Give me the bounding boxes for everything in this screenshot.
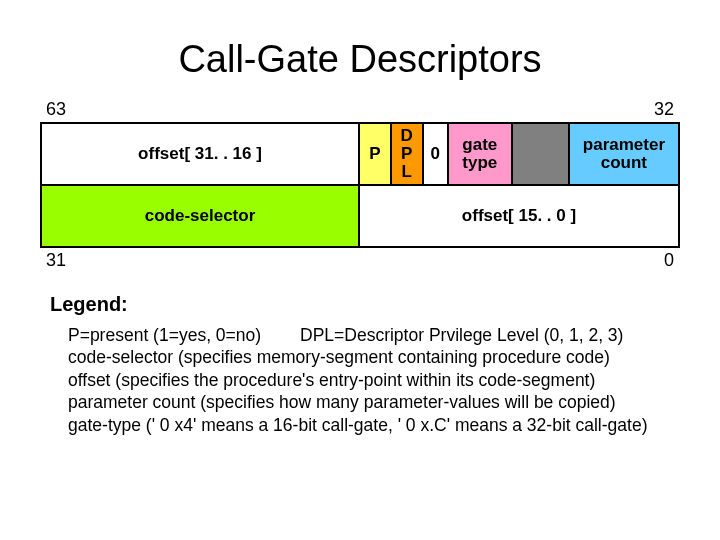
legend-code-selector: code-selector (specifies memory-segment … xyxy=(68,346,680,368)
legend-body: P=present (1=yes, 0=no) DPL=Descriptor P… xyxy=(68,324,680,436)
legend-param-count: parameter count (specifies how many para… xyxy=(68,391,680,413)
bit-63: 63 xyxy=(46,99,66,120)
legend-p: P=present (1=yes, 0=no) xyxy=(68,325,261,345)
field-gate-type: gate type xyxy=(449,124,513,184)
field-parameter-count: parameter count xyxy=(570,124,678,184)
table-row: code-selector offset[ 15. . 0 ] xyxy=(42,186,678,246)
table-row: offset[ 31. . 16 ] P D P L 0 gate type p… xyxy=(42,124,678,186)
bit-labels-top: 63 32 xyxy=(40,99,680,120)
field-dpl: D P L xyxy=(392,124,424,184)
bit-0: 0 xyxy=(664,250,674,271)
field-code-selector: code-selector xyxy=(42,186,360,246)
page-title: Call-Gate Descriptors xyxy=(40,38,680,81)
bit-labels-bottom: 31 0 xyxy=(40,250,680,271)
field-p: P xyxy=(360,124,392,184)
legend-offset: offset (specifies the procedure's entry-… xyxy=(68,369,680,391)
field-offset-low: offset[ 15. . 0 ] xyxy=(360,186,678,246)
bit-32: 32 xyxy=(654,99,674,120)
legend-heading: Legend: xyxy=(50,293,680,316)
field-zero: 0 xyxy=(424,124,449,184)
legend-dpl: DPL=Descriptor Prvilege Level (0, 1, 2, … xyxy=(300,325,623,345)
bit-31: 31 xyxy=(46,250,66,271)
legend-gate-type: gate-type (' 0 x4' means a 16-bit call-g… xyxy=(68,414,680,436)
field-offset-high: offset[ 31. . 16 ] xyxy=(42,124,360,184)
descriptor-table: offset[ 31. . 16 ] P D P L 0 gate type p… xyxy=(40,122,680,248)
field-reserved xyxy=(513,124,570,184)
